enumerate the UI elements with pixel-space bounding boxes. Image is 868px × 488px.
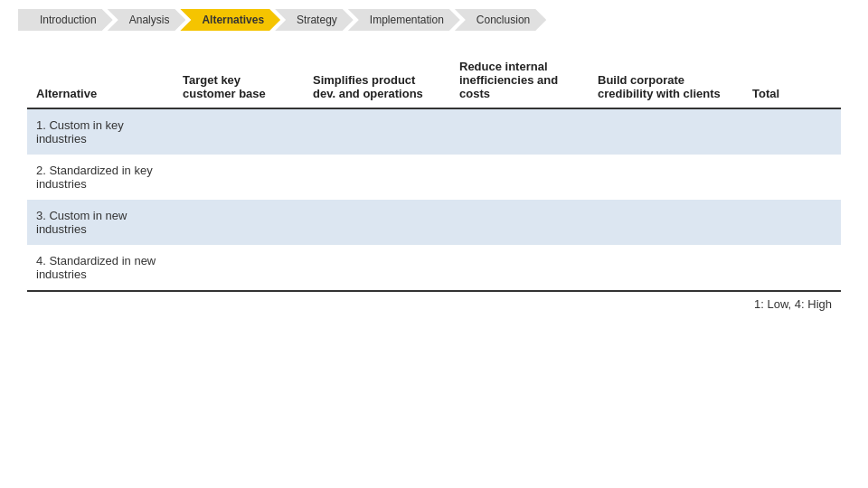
cell-col3: [304, 200, 450, 245]
header-total: Total: [743, 52, 841, 108]
header-alternative: Alternative: [27, 52, 174, 108]
cell-col2: [174, 155, 304, 200]
cell-col2: [174, 200, 304, 245]
cell-col4: [450, 155, 589, 200]
cell-col6: [743, 108, 841, 155]
nav-item-strategy[interactable]: Strategy: [275, 9, 354, 31]
header-simplifies: Simplifies product dev. and operations: [304, 52, 450, 108]
cell-col1: 3. Custom in new industries: [27, 200, 174, 245]
table-footer-row: 1: Low, 4: High: [27, 291, 841, 316]
header-build: Build corporate credibility with clients: [589, 52, 743, 108]
cell-col5: [589, 245, 743, 291]
decision-matrix-table: Alternative Target key customer base Sim…: [27, 52, 841, 316]
cell-col6: [743, 245, 841, 291]
navigation-bar: IntroductionAnalysisAlternativesStrategy…: [0, 0, 868, 31]
cell-col1: 1. Custom in key industries: [27, 108, 174, 155]
cell-col5: [589, 200, 743, 245]
cell-col5: [589, 155, 743, 200]
nav-item-alternatives[interactable]: Alternatives: [180, 9, 280, 31]
cell-col5: [589, 108, 743, 155]
rating-note: 1: Low, 4: High: [27, 291, 841, 316]
cell-col3: [304, 108, 450, 155]
cell-col6: [743, 200, 841, 245]
cell-col4: [450, 200, 589, 245]
table-body: 1. Custom in key industries2. Standardiz…: [27, 108, 841, 291]
cell-col3: [304, 155, 450, 200]
header-reduce: Reduce internal inefficiencies and costs: [450, 52, 589, 108]
cell-col3: [304, 245, 450, 291]
nav-item-introduction[interactable]: Introduction: [18, 9, 113, 31]
table-row: 4. Standardized in new industries: [27, 245, 841, 291]
header-target: Target key customer base: [174, 52, 304, 108]
page-title: [0, 31, 868, 52]
cell-col6: [743, 155, 841, 200]
matrix-container: Alternative Target key customer base Sim…: [0, 52, 868, 316]
table-row: 1. Custom in key industries: [27, 108, 841, 155]
nav-item-implementation[interactable]: Implementation: [348, 9, 460, 31]
nav-item-analysis[interactable]: Analysis: [108, 9, 186, 31]
cell-col1: 4. Standardized in new industries: [27, 245, 174, 291]
table-row: 2. Standardized in key industries: [27, 155, 841, 200]
cell-col1: 2. Standardized in key industries: [27, 155, 174, 200]
table-row: 3. Custom in new industries: [27, 200, 841, 245]
cell-col4: [450, 245, 589, 291]
nav-item-conclusion[interactable]: Conclusion: [455, 9, 546, 31]
cell-col2: [174, 245, 304, 291]
cell-col4: [450, 108, 589, 155]
cell-col2: [174, 108, 304, 155]
table-header-row: Alternative Target key customer base Sim…: [27, 52, 841, 108]
